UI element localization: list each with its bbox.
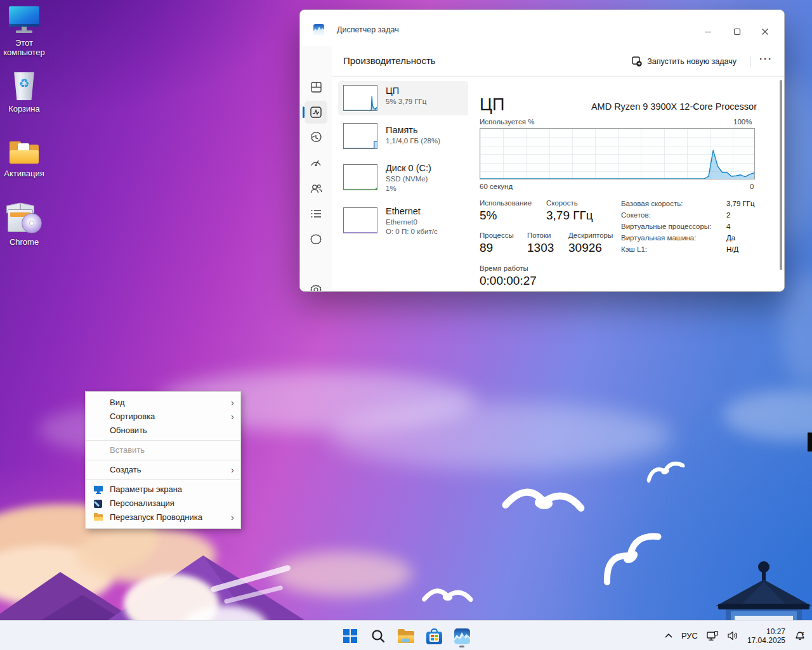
network-button[interactable] bbox=[702, 625, 723, 647]
page-header: Производительность Запустить новую задач… bbox=[332, 46, 784, 77]
sidebar-item-details[interactable] bbox=[304, 202, 327, 225]
graph-label-right: 100% bbox=[733, 118, 752, 126]
menu-item-view[interactable]: Вид› bbox=[86, 396, 240, 410]
notification-bell-button[interactable]: z bbox=[790, 625, 807, 647]
submenu-chevron-icon: › bbox=[231, 463, 234, 477]
stat-value: 1303 bbox=[527, 241, 554, 255]
wallpaper-mountains bbox=[0, 539, 343, 620]
graph-axis-left: 60 секунд bbox=[480, 183, 513, 190]
more-options-button[interactable]: ··· bbox=[759, 53, 773, 64]
wallpaper-cloud-peach bbox=[0, 545, 114, 606]
menu-item-label: Сортировка bbox=[110, 412, 155, 421]
volume-icon bbox=[728, 631, 738, 640]
run-new-task-button[interactable]: Запустить новую задачу bbox=[625, 52, 743, 71]
detail-label: Виртуальные процессоры: bbox=[621, 223, 711, 230]
task-manager-taskbar-button[interactable] bbox=[449, 623, 475, 649]
mini-panel-title: ЦП bbox=[386, 86, 399, 96]
detail-value: Н/Д bbox=[726, 245, 738, 253]
mini-panel-ethernet[interactable]: Ethernet Ethernet0 О: 0 П: 0 кбит/с bbox=[338, 202, 468, 244]
task-manager-icon bbox=[454, 628, 470, 644]
mini-panel-cpu[interactable]: ЦП 5% 3,79 ГГц bbox=[338, 81, 468, 115]
folder-icon bbox=[93, 512, 103, 523]
menu-item-label: Обновить bbox=[110, 426, 147, 435]
start-button[interactable] bbox=[337, 623, 363, 649]
wallpaper-cloud bbox=[330, 403, 672, 469]
running-indicator bbox=[459, 646, 464, 647]
language-indicator[interactable]: РУС bbox=[677, 625, 702, 647]
wallpaper-cloud-peach bbox=[76, 526, 216, 583]
sidebar-item-startup-apps[interactable] bbox=[304, 152, 327, 174]
seagull-icon bbox=[642, 454, 686, 483]
desktop-icon-activation[interactable]: Активация bbox=[0, 140, 52, 178]
menu-item-paste: Вставить bbox=[86, 443, 240, 457]
close-button[interactable] bbox=[752, 22, 778, 42]
seagull-icon bbox=[422, 582, 474, 606]
stat-label: Дескрипторы bbox=[568, 231, 613, 239]
store-button[interactable] bbox=[421, 623, 447, 649]
menu-item-label: Вид bbox=[110, 398, 125, 407]
menu-item-label: Создать bbox=[110, 465, 141, 474]
tray-time: 10:27 bbox=[747, 627, 785, 636]
vertical-scrollbar[interactable] bbox=[780, 80, 782, 270]
desktop-icon-recycle-bin[interactable]: ♻ Корзина bbox=[0, 71, 52, 114]
mini-panel-title: Ethernet bbox=[386, 206, 421, 216]
system-tray: РУС 10:2717.04.2025 z bbox=[660, 621, 807, 650]
detail-value: 4 bbox=[726, 223, 730, 230]
window-title: Диспетчер задач bbox=[337, 25, 399, 34]
desktop-icon-chrome[interactable]: Chrome bbox=[0, 203, 52, 247]
performance-icon bbox=[310, 107, 322, 118]
mouse-cursor bbox=[808, 432, 812, 452]
submenu-chevron-icon: › bbox=[231, 410, 234, 424]
detail-label: Базовая скорость: bbox=[621, 200, 683, 207]
sidebar-item-services[interactable] bbox=[304, 228, 327, 250]
sidebar-rail bbox=[300, 46, 332, 291]
menu-item-new[interactable]: Создать› bbox=[86, 463, 240, 477]
graph-axis-right: 0 bbox=[750, 183, 754, 190]
volume-button[interactable] bbox=[723, 625, 743, 647]
sidebar-item-app-history[interactable] bbox=[304, 126, 327, 149]
sidebar-item-users[interactable] bbox=[304, 177, 327, 200]
search-button[interactable] bbox=[365, 623, 391, 649]
desktop-icon-label: Корзина bbox=[0, 104, 52, 114]
maximize-button[interactable] bbox=[724, 22, 750, 42]
detail-label: Сокетов: bbox=[621, 211, 651, 219]
mini-panel-sub: 5% 3,79 ГГц bbox=[386, 98, 426, 105]
new-task-icon bbox=[632, 56, 642, 67]
menu-item-personalization[interactable]: Персонализация bbox=[86, 497, 240, 510]
mini-panel-disk[interactable]: Диск 0 (C:) SSD (NVMe) 1% bbox=[338, 159, 468, 200]
stat-label: Использование bbox=[480, 199, 532, 207]
cpu-mini-graph bbox=[343, 85, 377, 111]
sidebar-item-performance[interactable] bbox=[304, 101, 327, 124]
network-icon bbox=[707, 631, 719, 641]
ethernet-mini-graph bbox=[343, 207, 377, 233]
title-bar[interactable]: Диспетчер задач bbox=[300, 10, 784, 46]
seagull-icon bbox=[502, 476, 587, 517]
desktop-icon-label: Chrome bbox=[0, 237, 52, 247]
svg-text:z: z bbox=[802, 631, 804, 635]
menu-item-restart-explorer[interactable]: Перезапуск Проводника› bbox=[86, 510, 240, 524]
stat-value: 5% bbox=[480, 209, 497, 223]
detail-value: 3,79 ГГц bbox=[726, 200, 755, 207]
submenu-chevron-icon: › bbox=[231, 510, 234, 524]
menu-item-sort[interactable]: Сортировка› bbox=[86, 410, 240, 424]
clock[interactable]: 10:2717.04.2025 bbox=[743, 625, 790, 647]
detail-value: 2 bbox=[726, 211, 730, 219]
this-pc-icon bbox=[8, 5, 41, 36]
file-explorer-button[interactable] bbox=[393, 623, 419, 649]
mini-panel-memory[interactable]: Память 1,1/4,0 ГБ (28%) bbox=[338, 119, 468, 156]
menu-item-display-settings[interactable]: Параметры экрана bbox=[86, 483, 240, 497]
sidebar-item-processes[interactable] bbox=[304, 75, 327, 98]
menu-item-refresh[interactable]: Обновить bbox=[86, 424, 240, 438]
menu-item-label: Параметры экрана bbox=[110, 484, 182, 494]
startup-apps-icon bbox=[310, 157, 322, 169]
desktop: Этот компьютер ♻ Корзина Активация Chrom… bbox=[0, 0, 812, 650]
task-manager-window: Диспетчер задач Производительность Запус… bbox=[299, 10, 785, 292]
minimize-button[interactable] bbox=[695, 22, 721, 42]
run-new-task-label: Запустить новую задачу bbox=[647, 57, 737, 66]
desktop-icon-this-pc[interactable]: Этот компьютер bbox=[0, 5, 52, 57]
sidebar-item-settings[interactable] bbox=[304, 278, 327, 292]
mini-panel-sub: SSD (NVMe) bbox=[386, 175, 428, 183]
stat-label: Скорость bbox=[546, 199, 578, 207]
tray-chevron-button[interactable] bbox=[660, 625, 677, 647]
desktop-context-menu: Вид› Сортировка› Обновить Вставить Созда… bbox=[85, 391, 241, 529]
